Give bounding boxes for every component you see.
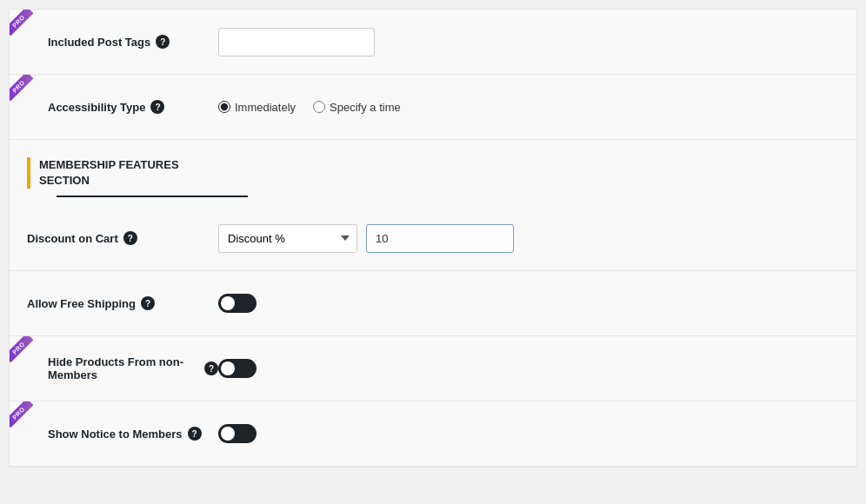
- allow-free-shipping-track: [218, 294, 256, 313]
- show-notice-track: [218, 424, 256, 443]
- accessibility-type-radio-group: Immediately Specify a time: [218, 101, 401, 114]
- included-post-tags-label-area: Included Post Tags ?: [27, 35, 218, 49]
- membership-features-section-title: MEMBERSHIP FEATURESSECTION: [27, 157, 201, 189]
- show-notice-toggle[interactable]: [218, 424, 256, 443]
- radio-immediately-input[interactable]: [218, 101, 230, 113]
- allow-free-shipping-label-area: Allow Free Shipping ?: [27, 296, 218, 310]
- discount-type-select[interactable]: Discount % Flat Discount: [218, 224, 357, 253]
- settings-container: Included Post Tags ? Accessibility Type …: [9, 9, 857, 468]
- radio-specify-time-input[interactable]: [313, 101, 325, 113]
- included-post-tags-label: Included Post Tags: [48, 36, 150, 49]
- accessibility-type-label-area: Accessibility Type ?: [27, 100, 218, 114]
- allow-free-shipping-toggle[interactable]: [218, 294, 256, 313]
- included-post-tags-row: Included Post Tags ?: [10, 10, 856, 75]
- hide-products-control: [218, 359, 839, 378]
- hide-products-label: Hide Products From non-Members: [48, 355, 199, 381]
- allow-free-shipping-control: [218, 294, 839, 313]
- radio-specify-time-label: Specify a time: [330, 101, 401, 114]
- included-post-tags-input[interactable]: [218, 28, 375, 56]
- show-notice-row: Show Notice to Members ?: [10, 401, 856, 467]
- allow-free-shipping-help-icon[interactable]: ?: [141, 296, 155, 310]
- included-post-tags-control: [218, 28, 839, 56]
- page-wrapper: Included Post Tags ? Accessibility Type …: [0, 9, 866, 468]
- allow-free-shipping-row: Allow Free Shipping ?: [10, 271, 856, 336]
- discount-on-cart-help-icon[interactable]: ?: [123, 231, 137, 245]
- accessibility-type-control: Immediately Specify a time: [218, 101, 839, 114]
- hide-products-toggle[interactable]: [218, 359, 256, 378]
- discount-value-input[interactable]: [366, 224, 514, 253]
- show-notice-control: [218, 424, 839, 443]
- membership-features-section-header: MEMBERSHIP FEATURESSECTION: [10, 140, 856, 206]
- radio-immediately-label: Immediately: [235, 101, 296, 114]
- show-notice-label-area: Show Notice to Members ?: [27, 427, 218, 441]
- accessibility-type-label: Accessibility Type: [48, 101, 145, 114]
- radio-specify-time[interactable]: Specify a time: [313, 101, 401, 114]
- hide-products-label-area: Hide Products From non-Members ?: [27, 355, 218, 381]
- accessibility-type-help-icon[interactable]: ?: [150, 100, 164, 114]
- discount-on-cart-label: Discount on Cart: [27, 232, 118, 245]
- show-notice-help-icon[interactable]: ?: [188, 427, 202, 441]
- discount-on-cart-label-area: Discount on Cart ?: [27, 231, 218, 245]
- discount-on-cart-control: Discount % Flat Discount: [218, 224, 839, 253]
- hide-products-row: Hide Products From non-Members ?: [10, 336, 856, 401]
- allow-free-shipping-label: Allow Free Shipping: [27, 297, 136, 310]
- section-divider: [57, 196, 248, 197]
- hide-products-help-icon[interactable]: ?: [204, 361, 218, 375]
- hide-products-track: [218, 359, 256, 378]
- radio-immediately[interactable]: Immediately: [218, 101, 296, 114]
- accessibility-type-row: Accessibility Type ? Immediately Specify…: [10, 75, 856, 140]
- show-notice-label: Show Notice to Members: [48, 428, 183, 441]
- discount-on-cart-row: Discount on Cart ? Discount % Flat Disco…: [10, 206, 856, 271]
- included-post-tags-help-icon[interactable]: ?: [156, 35, 170, 49]
